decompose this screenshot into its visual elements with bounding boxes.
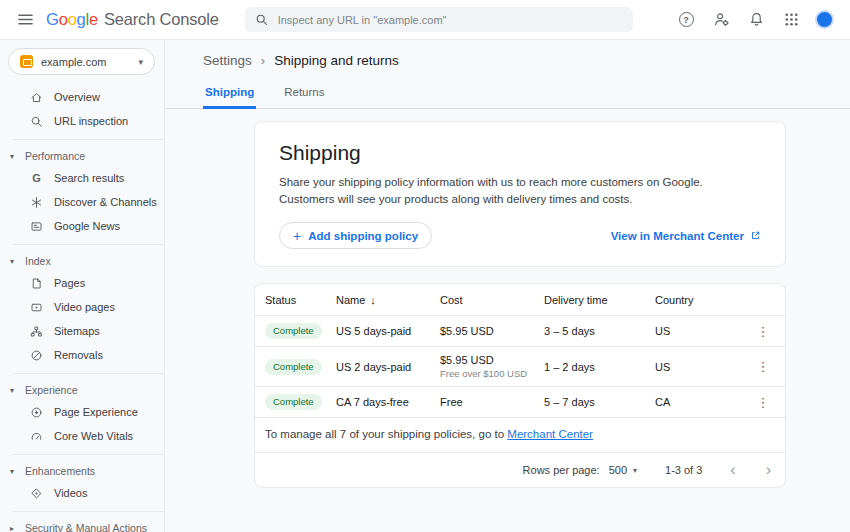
caret-down-icon: ▾	[10, 152, 18, 161]
url-inspect-searchbox[interactable]	[245, 7, 633, 32]
app-logo: Google Search Console	[46, 10, 219, 29]
apps-grid-button[interactable]	[780, 9, 802, 31]
policy-name: CA 7 days-free	[336, 389, 440, 415]
breadcrumb-current: Shipping and returns	[274, 53, 399, 68]
column-name-label: Name	[336, 294, 365, 306]
sidebar-item-label: Videos	[54, 487, 87, 499]
menu-icon[interactable]	[12, 7, 38, 33]
sidebar: example.com ▾ Overview URL inspection ▾ …	[0, 40, 165, 532]
home-icon	[30, 91, 43, 104]
sidebar-item-google-news[interactable]: Google News	[0, 214, 164, 238]
policy-country: US	[655, 354, 751, 380]
policy-cost: Free	[440, 396, 540, 408]
table-header-row: Status Name ↓ Cost Delivery time Country	[255, 284, 785, 316]
caret-right-icon: ▸	[10, 524, 18, 532]
policy-cost: $5.95 USD	[440, 354, 540, 366]
block-icon	[30, 349, 43, 362]
sidebar-nav: Overview URL inspection ▾ Performance G …	[0, 85, 164, 532]
topbar-actions: ?	[675, 9, 838, 31]
play-icon	[30, 487, 43, 500]
sidebar-item-pages[interactable]: Pages	[0, 271, 164, 295]
policy-country: US	[655, 318, 751, 344]
search-input[interactable]	[276, 13, 623, 27]
policy-name: US 5 days-paid	[336, 318, 440, 344]
page-range: 1-3 of 3	[665, 464, 702, 476]
breadcrumb-settings[interactable]: Settings	[203, 53, 252, 68]
sidebar-divider	[13, 373, 164, 374]
sidebar-item-core-web-vitals[interactable]: Core Web Vitals	[0, 424, 164, 448]
add-shipping-policy-button[interactable]: + Add shipping policy	[279, 222, 432, 249]
sidebar-item-label: Removals	[54, 349, 103, 361]
status-badge: Complete	[265, 394, 322, 410]
help-button[interactable]: ?	[675, 9, 697, 31]
breadcrumb: Settings › Shipping and returns	[166, 40, 850, 68]
sidebar-item-label: URL inspection	[54, 115, 128, 127]
policy-cost: $5.95 USD	[440, 325, 540, 337]
sidebar-item-videos[interactable]: Videos	[0, 481, 164, 505]
sidebar-section-security-manual-actions[interactable]: ▸ Security & Manual Actions	[0, 518, 164, 532]
sidebar-item-discover-channels[interactable]: Discover & Channels	[0, 190, 164, 214]
sidebar-item-label: Google News	[54, 220, 120, 232]
policy-country: CA	[655, 389, 751, 415]
shipping-intro-card: Shipping Share your shipping policy info…	[254, 121, 786, 267]
status-badge: Complete	[265, 323, 322, 339]
external-link-icon	[750, 230, 761, 241]
tab-bar: Shipping Returns	[166, 81, 850, 109]
news-icon	[30, 220, 43, 233]
description-line-1: Share your shipping policy information w…	[279, 174, 761, 191]
row-menu-button[interactable]: ⋮	[751, 359, 775, 374]
table-row: Complete US 2 days-paid $5.95 USD Free o…	[255, 347, 785, 387]
notifications-button[interactable]	[745, 9, 767, 31]
sidebar-section-performance[interactable]: ▾ Performance	[0, 146, 164, 166]
column-delivery-time: Delivery time	[544, 287, 655, 313]
view-in-merchant-center-link[interactable]: View in Merchant Center	[611, 230, 761, 242]
tab-returns[interactable]: Returns	[282, 81, 326, 109]
help-icon: ?	[679, 12, 694, 27]
sidebar-item-url-inspection[interactable]: URL inspection	[0, 109, 164, 133]
sidebar-item-label: Search results	[54, 172, 124, 184]
rows-per-page-select[interactable]: 500 ▾	[609, 464, 637, 476]
user-settings-button[interactable]	[710, 9, 732, 31]
row-menu-button[interactable]: ⋮	[751, 324, 775, 339]
column-cost: Cost	[440, 287, 544, 313]
property-icon	[20, 55, 33, 68]
column-name[interactable]: Name ↓	[336, 287, 440, 313]
google-logo: Google	[46, 10, 98, 29]
sidebar-item-page-experience[interactable]: Page Experience	[0, 400, 164, 424]
sidebar-item-label: Pages	[54, 277, 85, 289]
row-menu-button[interactable]: ⋮	[751, 395, 775, 410]
previous-page-button[interactable]: ‹	[730, 462, 735, 478]
sidebar-section-index[interactable]: ▾ Index	[0, 251, 164, 271]
section-label: Index	[25, 255, 51, 267]
google-g-icon: G	[30, 172, 43, 184]
property-selector[interactable]: example.com ▾	[8, 48, 155, 75]
table-footnote: To manage all 7 of your shipping policie…	[255, 418, 785, 453]
sidebar-item-removals[interactable]: Removals	[0, 343, 164, 367]
caret-down-icon: ▾	[10, 386, 18, 395]
main-content: Settings › Shipping and returns Shipping…	[166, 40, 850, 532]
tab-shipping[interactable]: Shipping	[203, 81, 256, 109]
rows-per-page-label: Rows per page:	[523, 464, 600, 476]
sidebar-section-experience[interactable]: ▾ Experience	[0, 380, 164, 400]
sidebar-item-overview[interactable]: Overview	[0, 85, 164, 109]
apps-grid-icon	[783, 11, 800, 28]
sidebar-section-enhancements[interactable]: ▾ Enhancements	[0, 461, 164, 481]
column-status: Status	[265, 287, 336, 313]
sidebar-item-label: Video pages	[54, 301, 115, 313]
section-label: Security & Manual Actions	[25, 522, 147, 532]
merchant-center-link[interactable]: Merchant Center	[507, 428, 593, 440]
discover-asterisk-icon	[30, 196, 43, 209]
sidebar-item-label: Sitemaps	[54, 325, 100, 337]
shipping-policies-table-card: Status Name ↓ Cost Delivery time Country…	[254, 283, 786, 488]
sidebar-item-video-pages[interactable]: Video pages	[0, 295, 164, 319]
sidebar-item-label: Discover & Channels	[54, 196, 157, 208]
sidebar-item-label: Overview	[54, 91, 100, 103]
sidebar-item-search-results[interactable]: G Search results	[0, 166, 164, 190]
account-avatar[interactable]	[815, 10, 834, 29]
sidebar-item-sitemaps[interactable]: Sitemaps	[0, 319, 164, 343]
next-page-button[interactable]: ›	[766, 462, 771, 478]
policy-cost-note: Free over $100 USD	[440, 368, 540, 379]
search-icon	[30, 115, 43, 128]
top-app-bar: Google Search Console ?	[0, 0, 850, 40]
sidebar-divider	[13, 139, 164, 140]
